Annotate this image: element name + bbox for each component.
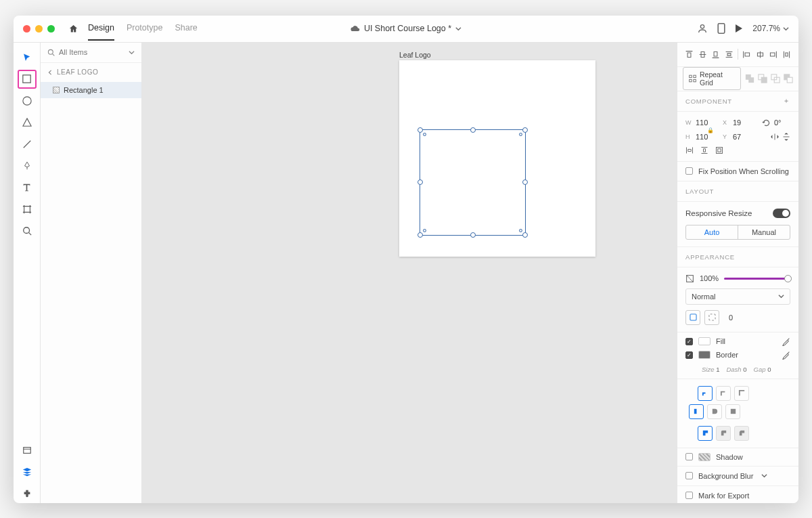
home-icon[interactable] xyxy=(68,24,78,34)
padding-horizontal-icon[interactable] xyxy=(685,146,694,154)
responsive-resize-toggle[interactable] xyxy=(773,209,790,218)
tab-share[interactable]: Share xyxy=(175,16,197,41)
manual-button[interactable]: Manual xyxy=(738,225,790,239)
plugins-icon[interactable] xyxy=(18,484,37,503)
repeat-grid-button[interactable]: Repeat Grid xyxy=(683,67,741,90)
device-icon[interactable] xyxy=(717,23,725,34)
exclude-icon[interactable] xyxy=(784,74,793,83)
resize-handle[interactable] xyxy=(418,127,423,133)
ellipse-tool[interactable] xyxy=(18,91,37,110)
zoom-control[interactable]: 207.7% xyxy=(752,24,789,33)
artboard[interactable] xyxy=(399,60,595,257)
select-tool[interactable] xyxy=(18,48,37,67)
corner-all-button[interactable] xyxy=(685,310,700,325)
shadow-checkbox[interactable] xyxy=(685,453,693,460)
rectangle-tool[interactable] xyxy=(18,70,37,89)
artboard-tool[interactable] xyxy=(18,200,37,219)
resize-handle[interactable] xyxy=(522,179,528,185)
window-minimize[interactable] xyxy=(35,25,43,33)
zoom-tool[interactable] xyxy=(18,221,37,240)
align-vcenter-icon[interactable] xyxy=(698,50,707,59)
intersect-icon[interactable] xyxy=(771,74,780,83)
add-component-button[interactable]: ＋ xyxy=(783,97,790,106)
opacity-slider[interactable] xyxy=(724,278,790,280)
border-swatch[interactable] xyxy=(698,351,710,359)
stroke-dash-input[interactable]: 0 xyxy=(743,366,746,373)
cap-butt-icon[interactable] xyxy=(689,404,704,419)
canvas[interactable]: Leaf Logo xyxy=(142,43,677,503)
layers-search[interactable]: All Items xyxy=(41,43,141,63)
width-input[interactable]: 110 xyxy=(696,118,712,127)
layer-item-rectangle[interactable]: Rectangle 1 xyxy=(41,82,141,98)
libraries-icon[interactable] xyxy=(18,441,37,460)
subtract-icon[interactable] xyxy=(758,74,767,83)
cap-square-icon[interactable] xyxy=(725,404,740,419)
tab-design[interactable]: Design xyxy=(88,16,114,41)
join-bevel-icon[interactable] xyxy=(734,426,749,441)
play-icon[interactable] xyxy=(735,24,743,33)
align-left-icon[interactable] xyxy=(742,50,751,59)
distribute-v-icon[interactable] xyxy=(725,50,734,59)
tab-prototype[interactable]: Prototype xyxy=(127,16,163,41)
blend-mode-select[interactable]: Normal xyxy=(685,288,790,305)
document-title[interactable]: UI Short Course Logo * xyxy=(351,24,461,33)
stroke-size-input[interactable]: 1 xyxy=(716,366,719,373)
corner-radius-input[interactable]: 0 xyxy=(729,314,733,322)
window-maximize[interactable] xyxy=(47,25,55,33)
corner-radius-handle[interactable] xyxy=(423,229,426,232)
text-tool[interactable] xyxy=(18,178,37,197)
eyedropper-icon[interactable] xyxy=(782,351,790,360)
resize-handle[interactable] xyxy=(418,179,423,185)
align-right-icon[interactable] xyxy=(769,50,777,59)
corner-radius-handle[interactable] xyxy=(519,229,522,232)
flip-h-icon[interactable] xyxy=(771,133,779,141)
lock-icon[interactable]: 🔒 xyxy=(707,127,714,133)
corner-individual-button[interactable] xyxy=(704,310,719,325)
window-close[interactable] xyxy=(23,25,30,33)
x-input[interactable]: 19 xyxy=(733,118,749,127)
line-tool[interactable] xyxy=(18,135,37,154)
union-icon[interactable] xyxy=(745,74,754,83)
eyedropper-icon[interactable] xyxy=(782,337,790,346)
artboard-title[interactable]: Leaf Logo xyxy=(399,51,431,59)
corner-radius-handle[interactable] xyxy=(423,133,426,136)
resize-handle[interactable] xyxy=(470,232,476,238)
pen-tool[interactable] xyxy=(18,156,37,175)
padding-vertical-icon[interactable] xyxy=(700,146,708,154)
resize-handle[interactable] xyxy=(418,232,423,238)
fill-checkbox[interactable] xyxy=(685,338,693,345)
resize-handle[interactable] xyxy=(470,127,476,133)
corner-radius-handle[interactable] xyxy=(519,133,522,136)
shadow-swatch[interactable] xyxy=(698,453,710,461)
cap-round-icon[interactable] xyxy=(707,404,722,419)
selected-rectangle[interactable] xyxy=(420,129,526,236)
resize-handle[interactable] xyxy=(522,232,528,238)
export-checkbox[interactable] xyxy=(685,492,693,499)
align-hcenter-icon[interactable] xyxy=(756,50,765,59)
stroke-gap-input[interactable]: 0 xyxy=(767,366,771,373)
user-icon[interactable] xyxy=(697,23,708,34)
rotate-icon[interactable] xyxy=(762,118,771,127)
padding-all-icon[interactable] xyxy=(715,146,723,154)
align-top-icon[interactable] xyxy=(685,50,694,59)
distribute-h-icon[interactable] xyxy=(782,50,791,59)
fix-position-checkbox[interactable] xyxy=(685,167,693,175)
height-input[interactable]: 110 xyxy=(696,133,712,141)
rotation-input[interactable]: 0° xyxy=(774,118,790,127)
bgblur-checkbox[interactable] xyxy=(685,472,693,479)
join-round-icon[interactable] xyxy=(716,426,731,441)
auto-button[interactable]: Auto xyxy=(686,225,738,239)
resize-handle[interactable] xyxy=(522,127,528,133)
stroke-center-icon[interactable] xyxy=(716,386,731,401)
fill-swatch[interactable] xyxy=(698,337,710,345)
join-miter-icon[interactable] xyxy=(698,426,713,441)
border-checkbox[interactable] xyxy=(685,351,693,359)
stroke-outer-icon[interactable] xyxy=(734,386,749,401)
flip-v-icon[interactable] xyxy=(782,133,790,141)
align-bottom-icon[interactable] xyxy=(711,50,720,59)
artboard-breadcrumb[interactable]: LEAF LOGO xyxy=(41,63,141,82)
opacity-value[interactable]: 100% xyxy=(700,274,719,282)
polygon-tool[interactable] xyxy=(18,113,37,132)
layers-icon[interactable] xyxy=(18,462,37,481)
stroke-inner-icon[interactable] xyxy=(698,386,713,401)
